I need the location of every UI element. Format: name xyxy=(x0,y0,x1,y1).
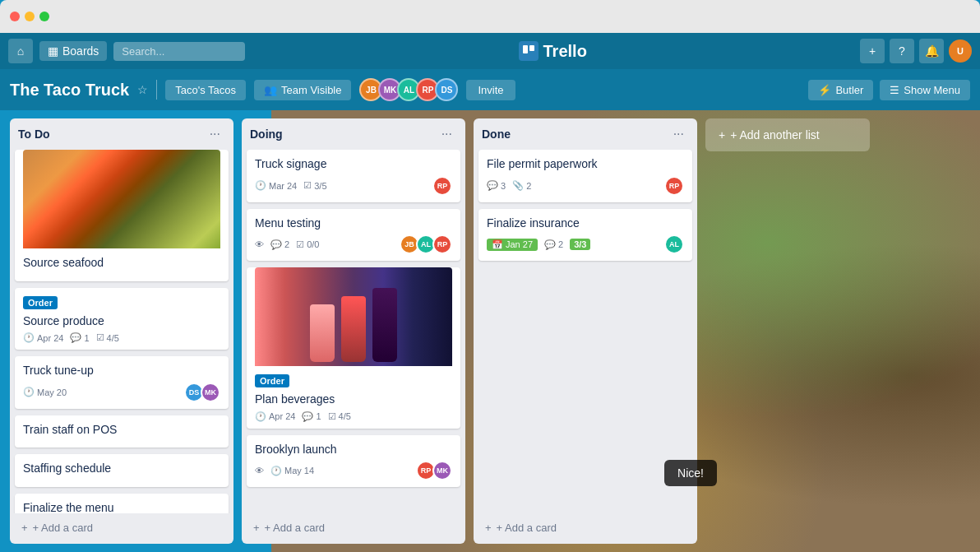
card-source-produce[interactable]: Order Source produce 🕐 Apr 24 💬 1 ☑ xyxy=(15,288,229,350)
card-truck-tuneup[interactable]: Truck tune-up 🕐 May 20 DS MK xyxy=(15,356,229,409)
traffic-light-red[interactable] xyxy=(10,12,20,21)
member-avatar-4[interactable]: DS xyxy=(435,78,458,101)
list-done-menu-button[interactable]: ··· xyxy=(668,125,689,143)
eye-icon-brooklyn: 👁 xyxy=(255,466,264,475)
add-list-button[interactable]: + + Add another list xyxy=(705,118,870,151)
card-meta-view-brooklyn: 👁 xyxy=(255,466,264,475)
trello-logo-text: Trello xyxy=(543,42,587,61)
card-file-permit[interactable]: File permit paperwork 💬 3 📎 2 RP xyxy=(478,150,692,202)
card-avatar-al-insurance: AL xyxy=(664,234,684,254)
card-meta-date-signage: 🕐 Mar 24 xyxy=(255,180,297,191)
toast-text: Nice! xyxy=(677,466,704,480)
comment-icon-testing: 💬 xyxy=(270,239,282,250)
card-menu-testing-title: Menu testing xyxy=(255,216,452,232)
card-meta-checklist-testing-text: 0/0 xyxy=(307,239,319,249)
board-title: The Taco Truck xyxy=(10,81,129,100)
card-drinks-image xyxy=(255,267,452,366)
list-doing-menu-button[interactable]: ··· xyxy=(437,125,457,143)
add-card-label-doing: + Add a card xyxy=(265,522,325,534)
butler-button[interactable]: ⚡ Butler xyxy=(808,80,873,100)
card-meta-checklist-signage-text: 3/5 xyxy=(314,181,326,191)
list-todo-menu-button[interactable]: ··· xyxy=(205,125,225,143)
add-card-button-done[interactable]: + + Add a card xyxy=(478,517,692,539)
list-todo: To Do ··· Source seafood Order Source pr… xyxy=(10,118,233,544)
board-header-divider xyxy=(156,80,157,100)
clock-icon: 🕐 xyxy=(23,332,35,343)
list-doing-title: Doing xyxy=(250,128,283,141)
card-plan-beverages[interactable]: Order Plan beverages 🕐 Apr 24 💬 1 ☑ xyxy=(247,267,460,429)
card-menu-testing[interactable]: Menu testing 👁 💬 2 ☑ 0/0 xyxy=(247,209,460,262)
card-meta-date-beverages: 🕐 Apr 24 xyxy=(255,411,295,422)
card-finalize-insurance-meta: 📅 Jan 27 💬 2 3/3 AL xyxy=(487,234,684,254)
traffic-light-yellow[interactable] xyxy=(25,12,35,21)
card-train-staff-title: Train staff on POS xyxy=(23,422,220,438)
svg-rect-0 xyxy=(523,45,528,53)
card-avatar-group-testing: JB AL RP xyxy=(400,234,452,254)
date-badge-insurance: 📅 Jan 27 xyxy=(487,239,538,251)
card-source-seafood-title: Source seafood xyxy=(23,255,220,271)
card-beverages-label: Order xyxy=(255,374,289,387)
card-source-produce-meta: 🕐 Apr 24 💬 1 ☑ 4/5 xyxy=(23,332,220,343)
visibility-button[interactable]: 👥 Team Visible xyxy=(254,80,351,100)
card-finalize-menu-title: Finalize the menu xyxy=(23,500,220,513)
traffic-light-green[interactable] xyxy=(39,12,49,21)
card-truck-tuneup-title: Truck tune-up xyxy=(23,363,220,379)
home-button[interactable]: ⌂ xyxy=(8,39,33,63)
card-brooklyn-launch-meta: 👁 🕐 May 14 RP MK xyxy=(255,461,452,480)
checklist-icon-beverages: ☑ xyxy=(328,411,336,422)
clock-icon-signage: 🕐 xyxy=(255,180,266,191)
card-meta-comments-text: 1 xyxy=(84,333,89,343)
card-meta-attachments-permit-text: 2 xyxy=(526,181,531,191)
navbar: ⌂ ▦ Boards Trello + ? 🔔 U xyxy=(0,33,980,69)
board-star-icon[interactable]: ☆ xyxy=(137,83,148,96)
visibility-icon: 👥 xyxy=(264,84,277,96)
card-source-seafood[interactable]: Source seafood xyxy=(15,150,229,281)
card-meta-attachments-permit: 📎 2 xyxy=(512,180,531,191)
plus-button[interactable]: + xyxy=(860,39,885,63)
list-doing: Doing ··· Truck signage 🕐 Mar 24 ☑ 3/5 xyxy=(242,118,465,544)
card-meta-checklist-beverages: ☑ 4/5 xyxy=(328,411,351,422)
card-meta-date-signage-text: Mar 24 xyxy=(269,181,297,191)
boards-label: Boards xyxy=(62,44,99,58)
show-menu-button[interactable]: ☰ Show Menu xyxy=(880,80,970,100)
butler-icon: ⚡ xyxy=(818,84,831,96)
card-avatar-mk-brooklyn: MK xyxy=(432,461,452,480)
add-card-label-todo: + Add a card xyxy=(33,522,93,534)
search-input[interactable] xyxy=(113,42,245,61)
card-produce-image xyxy=(23,150,220,248)
card-staffing-schedule[interactable]: Staffing schedule xyxy=(15,454,229,487)
clock-icon-brooklyn: 🕐 xyxy=(270,466,282,476)
toast-notification: Nice! xyxy=(664,460,717,486)
list-done-cards: File permit paperwork 💬 3 📎 2 RP xyxy=(474,150,697,513)
card-train-staff[interactable]: Train staff on POS xyxy=(15,415,229,448)
card-finalize-insurance[interactable]: Finalize insurance 📅 Jan 27 💬 2 3/3 AL xyxy=(478,209,692,262)
add-card-plus-icon-done: + xyxy=(485,522,492,534)
card-finalize-menu[interactable]: Finalize the menu 📎 2 ☑ 5/7 xyxy=(15,494,229,513)
info-button[interactable]: ? xyxy=(890,39,914,63)
card-brooklyn-launch-title: Brooklyn launch xyxy=(255,442,452,458)
browser-chrome xyxy=(0,0,980,33)
notifications-button[interactable]: 🔔 xyxy=(919,39,944,63)
clock-icon-2: 🕐 xyxy=(23,387,35,397)
checklist-badge-insurance: 3/3 xyxy=(570,239,590,250)
card-plan-beverages-meta: 🕐 Apr 24 💬 1 ☑ 4/5 xyxy=(255,411,452,422)
user-avatar[interactable]: U xyxy=(949,39,972,63)
card-avatar-mk: MK xyxy=(201,383,220,402)
card-meta-date-tuneup: 🕐 May 20 xyxy=(23,387,67,397)
card-meta-date-text: Apr 24 xyxy=(37,333,63,343)
add-card-button-doing[interactable]: + + Add a card xyxy=(247,517,460,539)
list-todo-cards: Source seafood Order Source produce 🕐 Ap… xyxy=(10,150,233,513)
team-name-button[interactable]: Taco's Tacos xyxy=(165,80,246,100)
card-meta-checklist-beverages-text: 4/5 xyxy=(339,411,351,421)
boards-button[interactable]: ▦ Boards xyxy=(39,41,107,61)
card-meta-comments-permit: 💬 3 xyxy=(487,180,506,191)
traffic-lights xyxy=(10,12,49,21)
add-list-label: + Add another list xyxy=(730,128,820,141)
visibility-label: Team Visible xyxy=(281,84,341,96)
invite-button[interactable]: Invite xyxy=(466,80,515,100)
card-brooklyn-launch[interactable]: Brooklyn launch 👁 🕐 May 14 RP MK xyxy=(247,435,460,488)
card-meta-date-beverages-text: Apr 24 xyxy=(269,411,295,421)
card-truck-signage[interactable]: Truck signage 🕐 Mar 24 ☑ 3/5 RP xyxy=(247,150,460,202)
add-card-button-todo[interactable]: + + Add a card xyxy=(15,517,229,539)
checklist-icon-signage: ☑ xyxy=(303,180,312,191)
